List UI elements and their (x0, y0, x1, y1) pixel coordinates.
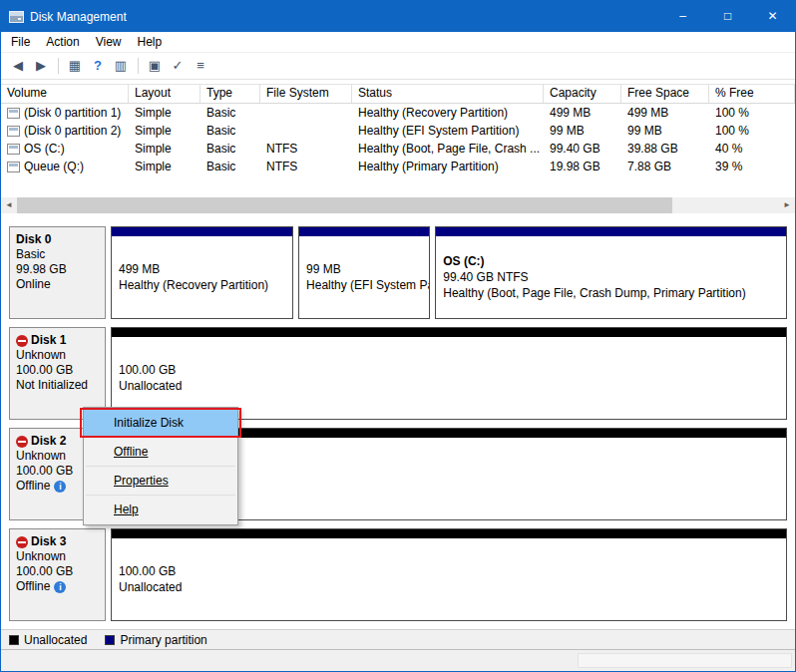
volume-row[interactable]: (Disk 0 partition 2) Simple Basic Health… (1, 122, 795, 140)
volume-pct-free: 100 % (709, 122, 795, 140)
menu-separator (86, 437, 235, 438)
disk-context-menu: Initialize Disk Offline Properties Help (83, 407, 238, 525)
titlebar: Disk Management – □ ✕ (1, 1, 795, 32)
disk-name: Disk 1 (31, 333, 66, 348)
help-icon[interactable]: ? (87, 55, 109, 77)
maximize-button[interactable]: □ (705, 1, 750, 32)
col-header-capacity[interactable]: Capacity (544, 85, 621, 103)
action-pane-icon[interactable]: ▥ (110, 55, 132, 77)
volume-row[interactable]: Queue (Q:) Simple Basic NTFS Healthy (Pr… (1, 158, 795, 175)
volume-table-header: Volume Layout Type File System Status Ca… (1, 84, 795, 104)
menu-item-offline[interactable]: Offline (84, 439, 237, 465)
menu-action[interactable]: Action (38, 33, 87, 51)
console-tree-icon[interactable]: ▦ (64, 55, 86, 77)
volume-capacity: 19.98 GB (544, 158, 621, 175)
properties-list-icon[interactable]: ≡ (190, 55, 211, 77)
volume-type: Basic (200, 104, 260, 122)
menu-help[interactable]: Help (130, 33, 171, 51)
volume-name: (Disk 0 partition 2) (24, 122, 121, 140)
scrollbar-track[interactable] (17, 197, 779, 213)
partition-title: OS (C:) (443, 253, 779, 269)
unallocated-strip (112, 529, 786, 538)
volume-capacity: 99 MB (544, 122, 621, 140)
disk-name: Disk 3 (31, 534, 66, 549)
region-size: 100.00 GB (119, 563, 779, 579)
disk-status: Online (16, 277, 51, 292)
menu-item-help[interactable]: Help (84, 497, 237, 522)
volume-icon (7, 108, 20, 119)
check-icon[interactable]: ✓ (167, 55, 189, 77)
disk0-partition-efi[interactable]: 99 MB Healthy (EFI System Pa (298, 226, 430, 319)
volume-name: OS (C:) (24, 140, 65, 158)
disk3-unallocated-region[interactable]: 100.00 GB Unallocated (111, 528, 787, 621)
disk0-label-panel[interactable]: Disk 0 Basic 99.98 GB Online (9, 226, 106, 319)
menu-view[interactable]: View (88, 33, 130, 51)
volume-status: Healthy (EFI System Partition) (352, 122, 544, 140)
menu-separator (86, 466, 235, 467)
volume-icon (7, 162, 20, 172)
menu-item-initialize-disk[interactable]: Initialize Disk (84, 410, 237, 436)
close-button[interactable]: ✕ (750, 1, 795, 32)
disk0-partition-recovery[interactable]: 499 MB Healthy (Recovery Partition) (111, 226, 293, 319)
col-header-type[interactable]: Type (200, 85, 260, 103)
disk3-label-panel[interactable]: Disk 3 Unknown 100.00 GB Offlinei (9, 528, 106, 621)
volume-row[interactable]: (Disk 0 partition 1) Simple Basic Health… (1, 104, 795, 122)
volume-free-space: 39.88 GB (621, 140, 709, 158)
volume-type: Basic (200, 122, 260, 140)
volume-list-pane: Volume Layout Type File System Status Ca… (1, 80, 795, 213)
pane-splitter[interactable] (1, 213, 795, 220)
unallocated-swatch (9, 635, 19, 645)
unallocated-strip (112, 328, 786, 337)
volume-status: Healthy (Boot, Page File, Crash ... (352, 140, 544, 158)
menu-bar: File Action View Help (1, 32, 795, 53)
region-status: Unallocated (119, 579, 779, 595)
partition-size: 499 MB (119, 261, 285, 277)
disk-type: Basic (16, 247, 99, 262)
volume-pct-free: 39 % (709, 158, 795, 175)
no-entry-icon (16, 436, 28, 448)
volume-name: Queue (Q:) (24, 158, 84, 175)
scrollbar-thumb[interactable] (17, 197, 672, 213)
toolbar-separator (58, 58, 59, 74)
back-icon[interactable]: ◀ (7, 55, 29, 77)
volume-pct-free: 100 % (709, 104, 795, 122)
forward-icon[interactable]: ▶ (30, 55, 52, 77)
volume-layout: Simple (129, 158, 200, 175)
disk-status: Offline (16, 479, 50, 494)
menu-item-properties[interactable]: Properties (84, 468, 237, 494)
col-header-layout[interactable]: Layout (129, 85, 200, 103)
partition-size: 99.40 GB NTFS (443, 269, 779, 285)
col-header-pct-free[interactable]: % Free (709, 85, 795, 103)
volume-file-system (260, 104, 352, 122)
partition-status: Healthy (Boot, Page File, Crash Dump, Pr… (443, 285, 779, 301)
volume-type: Basic (200, 140, 260, 158)
volume-name: (Disk 0 partition 1) (24, 104, 121, 122)
legend-bar: Unallocated Primary partition (1, 629, 795, 649)
volume-row[interactable]: OS (C:) Simple Basic NTFS Healthy (Boot,… (1, 140, 795, 158)
volume-free-space: 99 MB (621, 122, 709, 140)
col-header-free-space[interactable]: Free Space (621, 85, 709, 103)
disk-management-window: Disk Management – □ ✕ File Action View H… (0, 0, 796, 672)
primary-partition-strip (299, 227, 429, 236)
col-header-volume[interactable]: Volume (1, 85, 129, 103)
disk0-row: Disk 0 Basic 99.98 GB Online 499 MB Heal… (9, 226, 787, 319)
disk-size: 100.00 GB (16, 564, 99, 579)
volume-layout: Simple (129, 122, 200, 140)
primary-partition-swatch (105, 635, 115, 645)
minimize-button[interactable]: – (660, 1, 705, 32)
volume-file-system: NTFS (260, 140, 352, 158)
horizontal-scrollbar[interactable]: ◄ ► (1, 197, 795, 213)
scroll-left-icon[interactable]: ◄ (1, 197, 17, 213)
volume-layout: Simple (129, 140, 200, 158)
disk-name: Disk 2 (31, 434, 66, 449)
scroll-right-icon[interactable]: ► (779, 197, 795, 213)
volume-icon (7, 144, 20, 155)
disk0-partition-os-c[interactable]: OS (C:) 99.40 GB NTFS Healthy (Boot, Pag… (435, 226, 787, 319)
menu-file[interactable]: File (3, 33, 38, 51)
col-header-status[interactable]: Status (352, 85, 544, 103)
col-header-file-system[interactable]: File System (260, 85, 352, 103)
info-icon: i (54, 581, 66, 593)
no-entry-icon (16, 536, 28, 548)
disk-status: Not Initialized (16, 378, 88, 393)
popup-window-icon[interactable]: ▣ (144, 55, 166, 77)
